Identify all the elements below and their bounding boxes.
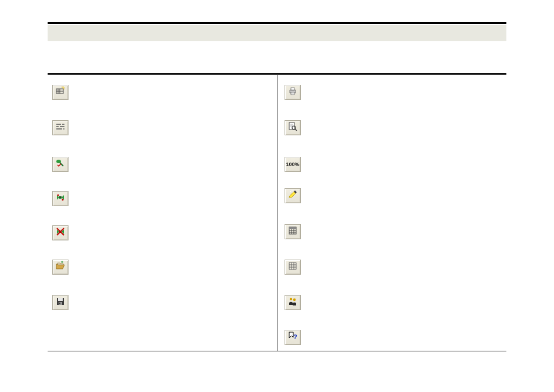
disconnect-icon [55,226,66,239]
header-band [48,25,506,41]
help-button[interactable]: ? [285,330,301,345]
svg-rect-21 [59,303,60,304]
table-bottom-border [48,351,506,351]
table-center-divider [278,75,278,351]
zoom-100-button[interactable]: 100% [285,157,301,172]
print-button[interactable] [285,85,301,100]
design-mode-button[interactable] [52,120,69,135]
svg-rect-12 [59,196,62,199]
svg-point-47 [290,298,292,300]
grid-icon [287,261,298,274]
svg-line-30 [295,129,297,131]
statistics-button[interactable] [285,295,301,310]
zoom-100-icon: 100% [286,161,299,167]
save-button[interactable] [52,295,69,310]
new-crosstab-button[interactable] [52,85,69,100]
table-style-button[interactable] [285,224,301,239]
save-icon [55,296,66,309]
table-style-icon [287,225,298,238]
connect-button[interactable] [52,191,69,206]
print-preview-button[interactable] [285,120,301,135]
grid-button[interactable] [285,260,301,275]
svg-rect-19 [58,298,63,301]
generate-report-button[interactable] [52,157,69,172]
disconnect-button[interactable] [52,225,69,240]
help-icon: ? [287,331,298,344]
svg-point-4 [63,87,64,88]
design-icon [55,121,66,134]
highlight-icon [287,189,298,202]
svg-point-31 [290,191,291,192]
open-button[interactable] [52,260,69,275]
open-icon [55,261,66,274]
highlight-exceptions-button[interactable] [285,188,301,203]
svg-point-48 [293,299,296,301]
generate-icon [55,158,66,171]
print-icon [287,86,298,99]
table-top-border [48,73,506,75]
connect-icon [55,192,66,205]
preview-icon [287,121,298,134]
svg-point-14 [62,199,64,201]
svg-rect-34 [289,227,296,229]
new-icon [55,86,66,99]
stats-icon [287,296,298,309]
top-divider [48,22,506,24]
svg-point-32 [292,190,292,190]
svg-rect-22 [291,88,294,90]
svg-text:?: ? [293,333,297,340]
svg-point-13 [57,195,59,196]
